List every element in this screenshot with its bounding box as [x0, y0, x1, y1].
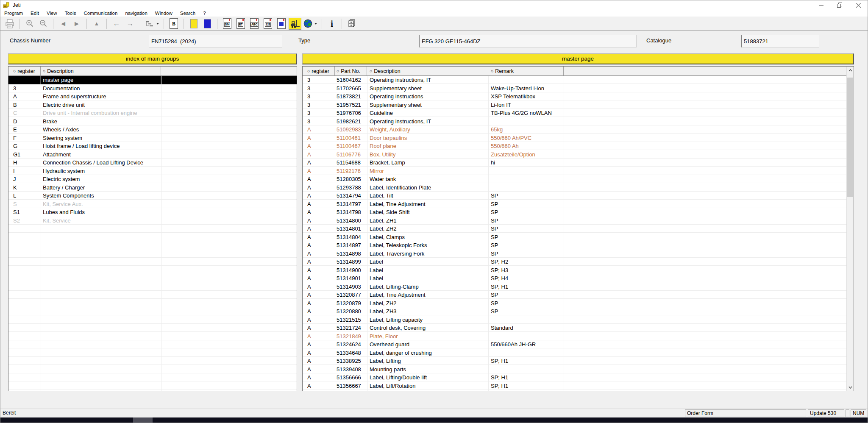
menu-communication[interactable]: Communication: [80, 11, 122, 16]
table-row[interactable]: A51192176Mirror: [303, 167, 846, 175]
minimize-button[interactable]: [812, 0, 830, 10]
table-row[interactable]: A51314798Label, Side ShiftSP: [303, 208, 846, 217]
table-row[interactable]: A51314801Label, ZH2SP: [303, 225, 846, 233]
table-row[interactable]: A51324624Overhead guard550/660Ah JH-GR: [303, 340, 846, 349]
table-row[interactable]: A51314900LabelSP; H3: [303, 266, 846, 275]
table-row[interactable]: A51092983Weight, Auxiliary65kg: [303, 125, 846, 134]
table-row[interactable]: A51314899LabelSP; H2: [303, 258, 846, 266]
table-row[interactable]: A51280305Water tank: [303, 175, 846, 184]
table-row[interactable]: 351982621Operating instructions, IT: [303, 117, 846, 126]
menu-edit[interactable]: Edit: [27, 11, 43, 16]
table-row[interactable]: G1Attachment: [8, 150, 297, 159]
table-row[interactable]: master page: [8, 76, 297, 84]
column-header-part-no[interactable]: ◇Part No.: [335, 67, 367, 75]
table-row[interactable]: FSteering system: [8, 134, 297, 142]
table-row[interactable]: A51320879Label, ZH2SP: [303, 299, 846, 308]
table-row[interactable]: A51100461Door tarpaulins550/660 Ah/PVC: [303, 134, 846, 142]
catalogue-input[interactable]: [741, 35, 819, 47]
zoom-in-button[interactable]: [23, 18, 36, 30]
table-row[interactable]: A51154688Bracket, Lamphi: [303, 159, 846, 167]
scroll-down-button[interactable]: [847, 384, 854, 391]
blue-marker-button[interactable]: [201, 18, 214, 30]
table-row[interactable]: GHoist frame / Load lifting device: [8, 142, 297, 150]
column-header-description[interactable]: ◇Description: [367, 67, 488, 75]
table-row[interactable]: KBattery / Charger: [8, 184, 297, 192]
page-previous-button[interactable]: ◀: [57, 18, 70, 30]
abc-index-doc-button[interactable]: ABC: [248, 18, 261, 30]
column-header-description[interactable]: ◇Description: [41, 67, 161, 75]
chassis-number-input[interactable]: [149, 35, 282, 47]
menu-view[interactable]: View: [43, 11, 61, 16]
table-row[interactable]: A51314897Label, Teleskopic ForksSP: [303, 241, 846, 250]
table-row[interactable]: 351604162Operating instructions, IT: [303, 76, 846, 84]
menu-program[interactable]: Program: [0, 11, 27, 16]
table-row[interactable]: A51356668Label, Lift/ScoopSP; H1: [303, 390, 846, 391]
table-row[interactable]: A51314794Label, TiltSP: [303, 192, 846, 200]
table-row[interactable]: 351976706GuidelineTB-Plus 4G/2G noWLAN: [303, 109, 846, 117]
table-row[interactable]: A51321849Plate, Floor: [303, 332, 846, 341]
table-row[interactable]: A51314901LabelSP; H4: [303, 274, 846, 283]
table-row[interactable]: A51320877Label, Tine AdjustmentSP: [303, 291, 846, 299]
table-row[interactable]: A51314903Label, Lifting-ClampSP; H1: [303, 283, 846, 291]
table-row[interactable]: HConnection Chassis / Load Lifting Devic…: [8, 159, 297, 167]
table-row[interactable]: 3Documentation: [8, 84, 297, 93]
table-row[interactable]: A51314797Label, Tine AdjustmentSP: [303, 200, 846, 209]
order-doc-button[interactable]: [275, 18, 288, 30]
menu-help[interactable]: ?: [199, 11, 209, 16]
table-row[interactable]: A51321515Label, Lifting capacity: [303, 316, 846, 324]
globe-language-button[interactable]: [302, 18, 318, 30]
table-row[interactable]: A51356667Label, Lift/RotationSP; H1: [303, 382, 846, 390]
table-row[interactable]: CDrive unit - Internal combustion engine: [8, 109, 297, 117]
table-row[interactable]: A51314800Label, ZH1SP: [303, 217, 846, 225]
menu-navigation[interactable]: navigation: [121, 11, 151, 16]
column-header-register[interactable]: ◇register: [8, 67, 41, 75]
table-row[interactable]: A51321724Control desk, CoveringStandard: [303, 324, 846, 332]
table-row[interactable]: EWheels / Axles: [8, 125, 297, 134]
column-header-remark[interactable]: ◇Remark: [488, 67, 564, 75]
forklift-button[interactable]: [289, 18, 301, 30]
serial-number-doc-button[interactable]: S/N: [221, 18, 234, 30]
table-row[interactable]: A51100467Roof plane550/660 Ah: [303, 142, 846, 150]
column-header-register[interactable]: ◇register: [303, 67, 335, 75]
table-row[interactable]: SKit, Service Aux.: [8, 200, 297, 209]
table-row[interactable]: A51339408Mounting parts: [303, 365, 846, 374]
left-table-body[interactable]: master page3DocumentationAFrame and supe…: [8, 76, 297, 391]
table-row[interactable]: A51334648Label, danger of crushing: [303, 349, 846, 357]
tree-view-button[interactable]: [144, 18, 160, 30]
menu-tools[interactable]: Tools: [61, 11, 80, 16]
table-row[interactable]: S2Kit, Service: [8, 217, 297, 225]
close-button[interactable]: [849, 0, 868, 10]
type-input[interactable]: [419, 35, 637, 47]
page-next-button[interactable]: ▶: [70, 18, 83, 30]
table-row[interactable]: A51314804Label, ClampsSP: [303, 233, 846, 242]
et-doc-button[interactable]: ET: [234, 18, 247, 30]
scrollbar-thumb[interactable]: [847, 78, 853, 197]
history-back-button[interactable]: ←: [110, 18, 123, 30]
history-forward-button[interactable]: →: [124, 18, 136, 30]
table-row[interactable]: 351873821Operating instructionsXSP Telem…: [303, 92, 846, 101]
document-b-button[interactable]: B: [167, 18, 180, 30]
restore-button[interactable]: [830, 0, 849, 10]
table-row[interactable]: 351957521Supplementary sheetLi-Ion IT: [303, 101, 846, 109]
info-button[interactable]: i: [326, 18, 338, 30]
up-level-button[interactable]: ▲: [90, 18, 103, 30]
menu-window[interactable]: Window: [151, 11, 176, 16]
table-row[interactable]: A51320880Label, ZH3SP: [303, 307, 846, 316]
table-row[interactable]: A51314898Label, Traversing ForkSP: [303, 250, 846, 258]
table-row[interactable]: AFrame and superstructure: [8, 92, 297, 101]
vertical-scrollbar[interactable]: [846, 67, 854, 391]
table-row[interactable]: A51356666Label, Lifting/Double liftSP; H…: [303, 373, 846, 382]
table-row[interactable]: DBrake: [8, 117, 297, 126]
print-button[interactable]: [3, 18, 16, 30]
scroll-up-button[interactable]: [847, 67, 854, 74]
right-table-body[interactable]: 351604162Operating instructions, IT35170…: [303, 76, 846, 391]
archive-cabinet-button[interactable]: [345, 18, 358, 30]
table-row[interactable]: IHydraulic system: [8, 167, 297, 175]
yellow-marker-button[interactable]: [187, 18, 200, 30]
table-row[interactable]: JElectric system: [8, 175, 297, 184]
menu-search[interactable]: Search: [176, 11, 199, 16]
table-row[interactable]: BElectric drive unit: [8, 101, 297, 109]
zoom-out-button[interactable]: [37, 18, 50, 30]
table-row[interactable]: A51106776Box, UtilityZusatzteile/Option: [303, 150, 846, 159]
table-row[interactable]: 351702665Supplementary sheetWake-Up-Tast…: [303, 84, 846, 93]
